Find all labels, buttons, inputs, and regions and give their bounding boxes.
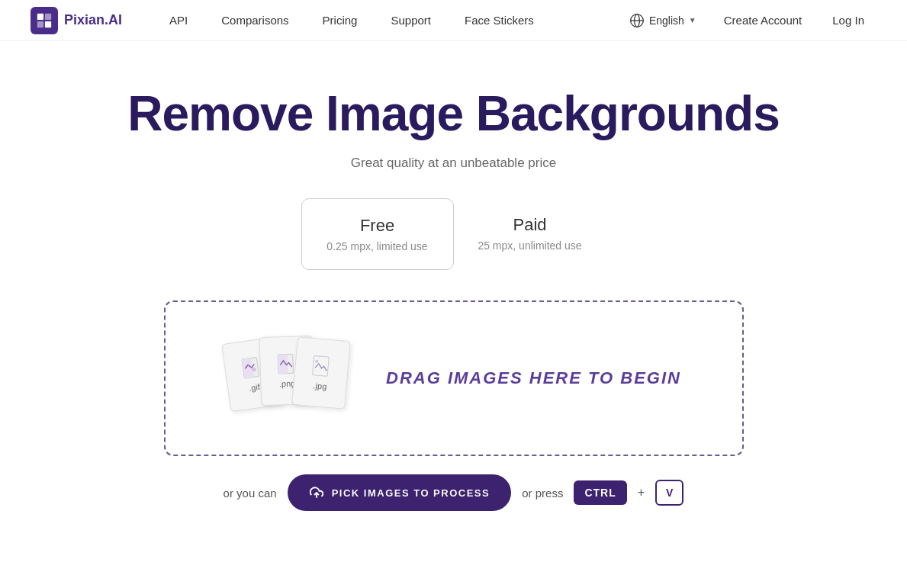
file-ext-jpg: .jpg	[313, 381, 327, 392]
nav-right: English ▼ Create Account Log In	[620, 0, 876, 41]
svg-rect-1	[45, 13, 51, 19]
create-account-link[interactable]: Create Account	[712, 0, 815, 41]
svg-rect-0	[37, 13, 43, 19]
nav-link-pricing[interactable]: Pricing	[306, 0, 375, 41]
page-title: Remove Image Backgrounds	[0, 87, 907, 140]
drag-drop-label: DRAG IMAGES HERE TO BEGIN	[386, 368, 681, 388]
pricing-cards: Free 0.25 mpx, limited use Paid 25 mpx, …	[0, 198, 907, 270]
globe-icon	[629, 13, 645, 28]
or-you-can-text: or you can	[224, 487, 277, 500]
pricing-card-paid[interactable]: Paid 25 mpx, unlimited use	[454, 198, 606, 270]
free-tier-desc: 0.25 mpx, limited use	[320, 240, 435, 252]
chevron-down-icon: ▼	[689, 16, 696, 24]
nav-link-comparisons[interactable]: Comparisons	[204, 0, 305, 41]
drop-zone[interactable]: .gif .png	[164, 300, 744, 456]
nav-link-api[interactable]: API	[153, 0, 204, 41]
hero-subtitle: Great quality at an unbeatable price	[0, 156, 907, 171]
upload-icon	[309, 485, 324, 500]
nav-link-support[interactable]: Support	[374, 0, 448, 41]
drop-zone-file-icons: .gif .png	[226, 333, 355, 424]
file-icon-jpg: .jpg	[291, 337, 351, 410]
navbar: Pixian.AI API Comparisons Pricing Suppor…	[0, 0, 907, 41]
logo[interactable]: Pixian.AI	[31, 7, 122, 34]
bottom-bar: or you can PICK IMAGES TO PROCESS or pre…	[0, 474, 907, 511]
svg-rect-3	[45, 21, 51, 27]
login-link[interactable]: Log In	[820, 0, 876, 41]
drop-zone-wrapper: .gif .png	[149, 300, 759, 456]
logo-icon	[31, 7, 58, 34]
or-press-text: or press	[522, 487, 563, 500]
language-selector[interactable]: English ▼	[620, 8, 706, 33]
pick-images-label: PICK IMAGES TO PROCESS	[332, 487, 490, 499]
nav-links: API Comparisons Pricing Support Face Sti…	[153, 0, 620, 41]
plus-sign: +	[638, 486, 645, 500]
nav-link-face-stickers[interactable]: Face Stickers	[448, 0, 551, 41]
hero-section: Remove Image Backgrounds Great quality a…	[0, 41, 907, 534]
file-ext-gif: .gif	[248, 382, 260, 393]
paid-tier-desc: 25 mpx, unlimited use	[472, 239, 588, 252]
logo-svg	[36, 12, 53, 29]
language-label: English	[649, 14, 684, 27]
svg-rect-2	[37, 21, 43, 27]
upload-arrow-svg	[310, 486, 323, 500]
file-svg-jpg	[310, 355, 333, 378]
v-key: V	[655, 480, 683, 506]
pricing-card-free[interactable]: Free 0.25 mpx, limited use	[301, 198, 454, 270]
ctrl-key: CTRL	[574, 480, 626, 505]
logo-text: Pixian.AI	[64, 12, 122, 28]
paid-tier-label: Paid	[472, 215, 588, 235]
free-tier-label: Free	[320, 216, 435, 236]
pick-images-button[interactable]: PICK IMAGES TO PROCESS	[288, 474, 512, 511]
